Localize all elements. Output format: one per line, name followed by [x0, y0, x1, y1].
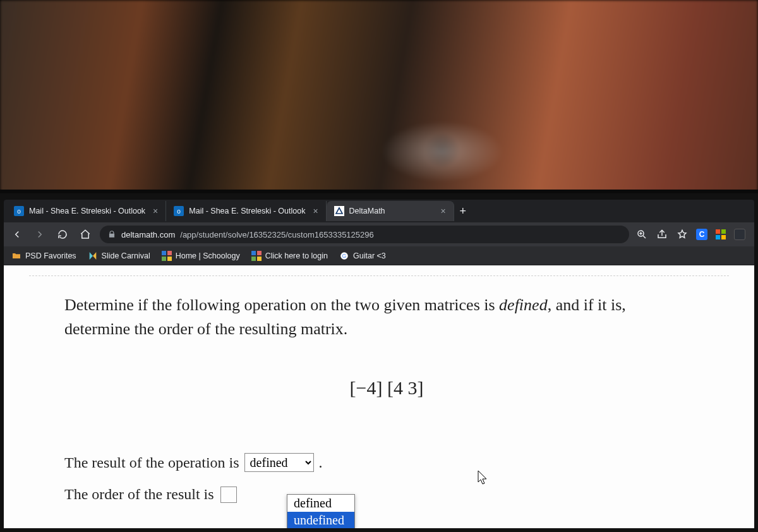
deltamath-icon — [334, 206, 344, 216]
bookmark-label: Slide Carnival — [102, 251, 150, 260]
bookmark-label: Click here to login — [265, 251, 328, 260]
toolbar-right: C — [635, 228, 749, 241]
google-icon: G — [339, 251, 349, 261]
bookmark-label: PSD Favorites — [25, 251, 76, 260]
tab-label: Mail - Shea E. Streleski - Outlook — [189, 207, 305, 215]
svg-rect-9 — [721, 235, 726, 239]
tab-label: DeltaMath — [349, 207, 385, 215]
folder-icon — [11, 251, 21, 261]
order-input-rows[interactable] — [220, 487, 237, 503]
svg-text:G: G — [342, 253, 346, 258]
close-icon[interactable]: × — [153, 206, 158, 216]
svg-rect-14 — [251, 251, 256, 255]
browser-window: o Mail - Shea E. Streleski - Outlook × o… — [4, 200, 754, 528]
svg-rect-11 — [167, 251, 172, 255]
cursor-icon — [478, 470, 489, 485]
answer-area: The result of the operation is defined u… — [64, 453, 709, 503]
tab-outlook-1[interactable]: o Mail - Shea E. Streleski - Outlook × — [6, 201, 166, 221]
bookmarks-bar: PSD Favorites Slide Carnival Home | Scho… — [4, 246, 754, 265]
defined-dropdown-open[interactable]: defined undefined — [287, 494, 355, 528]
zoom-icon[interactable] — [635, 228, 648, 241]
outlook-icon: o — [174, 206, 184, 216]
matrix-expression: [−4] [4 3] — [64, 377, 709, 399]
svg-text:o: o — [177, 208, 181, 215]
bookmark-guitar[interactable]: G Guitar <3 — [339, 251, 386, 261]
home-button[interactable] — [77, 226, 93, 243]
browser-toolbar: deltamath.com/app/student/solve/16352325… — [4, 222, 754, 246]
back-button[interactable] — [9, 226, 25, 243]
prompt-defined: defined — [499, 296, 548, 314]
prompt-line2: determine the order of the resulting mat… — [64, 320, 347, 338]
photo-background — [0, 0, 758, 202]
svg-rect-6 — [716, 229, 720, 234]
dropdown-option-undefined[interactable]: undefined — [287, 512, 354, 528]
extension-c-icon[interactable]: C — [696, 229, 707, 240]
answer-period: . — [319, 454, 323, 471]
address-bar[interactable]: deltamath.com/app/student/solve/16352325… — [100, 226, 629, 243]
svg-rect-12 — [162, 257, 166, 261]
forward-button[interactable] — [32, 226, 48, 243]
svg-rect-10 — [162, 251, 166, 255]
url-path: /app/student/solve/16352325/custom165333… — [180, 230, 373, 239]
url-domain: deltamath.com — [121, 230, 175, 239]
slides-icon — [88, 251, 98, 261]
extension-dark-icon[interactable] — [734, 229, 745, 240]
svg-text:o: o — [17, 208, 21, 215]
outlook-icon: o — [14, 206, 24, 216]
defined-select[interactable]: defined undefined — [244, 453, 314, 472]
tab-outlook-2[interactable]: o Mail - Shea E. Streleski - Outlook × — [166, 201, 326, 221]
bookmark-psd-favorites[interactable]: PSD Favorites — [11, 251, 76, 261]
svg-rect-7 — [721, 229, 726, 234]
share-icon[interactable] — [656, 228, 668, 241]
prompt-part1: Determine if the following operation on … — [64, 296, 499, 314]
tab-deltamath[interactable]: DeltaMath × — [327, 201, 454, 221]
answer-label: The result of the operation is — [64, 454, 239, 471]
star-icon[interactable] — [676, 228, 689, 241]
close-icon[interactable]: × — [313, 206, 318, 216]
bookmark-label: Guitar <3 — [353, 251, 386, 260]
extension-grid-icon[interactable] — [715, 229, 726, 240]
tab-label: Mail - Shea E. Streleski - Outlook — [29, 207, 145, 215]
new-tab-button[interactable]: + — [454, 205, 472, 218]
lock-icon — [107, 230, 116, 239]
prompt-part2: , and if it is, — [548, 296, 626, 314]
bookmark-schoology[interactable]: Home | Schoology — [162, 251, 240, 261]
order-label: The order of the result is — [64, 486, 214, 503]
svg-rect-16 — [251, 257, 256, 261]
dropdown-option-defined[interactable]: defined — [287, 495, 354, 512]
svg-rect-15 — [257, 251, 262, 255]
bookmark-slide-carnival[interactable]: Slide Carnival — [88, 251, 150, 261]
bookmark-label: Home | Schoology — [176, 251, 240, 260]
page-content: Determine if the following operation on … — [4, 265, 754, 528]
problem-prompt: Determine if the following operation on … — [64, 293, 709, 341]
grid-icon — [251, 251, 262, 261]
svg-rect-17 — [257, 257, 262, 261]
svg-rect-13 — [167, 257, 172, 261]
divider — [29, 275, 729, 276]
tab-strip: o Mail - Shea E. Streleski - Outlook × o… — [4, 200, 754, 222]
close-icon[interactable]: × — [441, 206, 446, 216]
bookmark-click-login[interactable]: Click here to login — [251, 251, 328, 261]
grid-icon — [162, 251, 172, 261]
svg-rect-8 — [716, 235, 720, 239]
reload-button[interactable] — [54, 226, 71, 243]
